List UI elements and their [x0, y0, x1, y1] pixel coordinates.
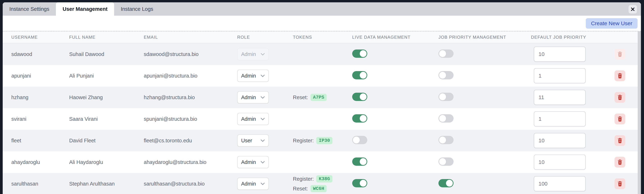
- token-type-label: Reset:: [293, 186, 308, 192]
- job-priority-toggle[interactable]: [438, 71, 454, 79]
- job-priority-toggle[interactable]: [438, 50, 454, 58]
- default-job-priority-input[interactable]: [534, 111, 586, 126]
- chevron-down-icon: [260, 161, 265, 164]
- trash-icon: [617, 51, 623, 57]
- role-select[interactable]: Admin: [237, 70, 269, 82]
- tab-user-management[interactable]: User Management: [56, 2, 114, 16]
- delete-user-button[interactable]: [614, 92, 625, 103]
- tokens-cell: Register:K38GReset:WC6H: [293, 175, 352, 192]
- live-data-toggle[interactable]: [352, 71, 367, 79]
- email-cell: ahaydaroglu@structura.bio: [144, 159, 237, 165]
- email-cell: sdawood@structura.bio: [144, 51, 237, 57]
- table-row: apunjani Ali Punjani apunjani@structura.…: [3, 65, 638, 87]
- full-name-cell: David Fleet: [69, 138, 144, 144]
- token-type-label: Register:: [293, 138, 314, 144]
- live-data-toggle[interactable]: [352, 179, 367, 187]
- tab-instance-settings[interactable]: Instance Settings: [3, 2, 56, 16]
- trash-icon: [617, 116, 623, 122]
- live-data-toggle[interactable]: [352, 50, 367, 58]
- email-cell: apunjani@structura.bio: [144, 73, 237, 79]
- delete-user-button[interactable]: [614, 114, 625, 124]
- column-header-tokens: TOKENS: [293, 35, 352, 40]
- username-cell: ahaydaroglu: [11, 159, 69, 165]
- role-select[interactable]: Admin: [237, 156, 269, 168]
- role-value: Admin: [241, 159, 256, 165]
- role-select[interactable]: User: [237, 134, 269, 147]
- column-header-username: USERNAME: [11, 35, 69, 40]
- live-data-toggle[interactable]: [352, 157, 367, 166]
- default-job-priority-input[interactable]: [534, 90, 586, 105]
- create-new-user-button[interactable]: Create New User: [586, 18, 638, 29]
- table-content: USERNAME FULL NAME EMAIL ROLE TOKENS LIV…: [3, 31, 641, 194]
- tab-instance-logs[interactable]: Instance Logs: [114, 2, 160, 16]
- toggle-knob: [439, 115, 446, 122]
- token-code-badge: K38G: [316, 175, 332, 182]
- chevron-down-icon: [260, 118, 265, 120]
- toggle-knob: [360, 50, 366, 57]
- live-data-toggle[interactable]: [352, 136, 367, 144]
- column-header-live-data-management: LIVE DATA MANAGEMENT: [352, 35, 438, 40]
- role-select[interactable]: Admin: [237, 178, 269, 190]
- toggle-knob: [439, 72, 446, 79]
- token-code-badge: IP30: [316, 137, 332, 144]
- delete-user-button[interactable]: [614, 70, 625, 81]
- job-priority-toggle[interactable]: [438, 93, 454, 101]
- trash-icon: [617, 137, 623, 144]
- column-header-full-name: FULL NAME: [69, 35, 144, 40]
- trash-icon: [617, 159, 623, 165]
- live-data-toggle[interactable]: [352, 93, 367, 101]
- close-icon: ✕: [630, 7, 635, 12]
- username-cell: fleet: [11, 138, 69, 144]
- default-job-priority-input[interactable]: [534, 133, 586, 148]
- job-priority-toggle[interactable]: [438, 157, 454, 166]
- role-select[interactable]: Admin: [237, 48, 269, 60]
- chevron-down-icon: [260, 182, 265, 185]
- chevron-down-icon: [260, 139, 265, 142]
- role-select[interactable]: Admin: [237, 113, 269, 125]
- role-value: Admin: [241, 94, 256, 100]
- default-job-priority-input[interactable]: [534, 176, 586, 191]
- table-header-row: USERNAME FULL NAME EMAIL ROLE TOKENS LIV…: [3, 32, 638, 43]
- delete-user-button[interactable]: [614, 157, 625, 167]
- default-job-priority-input[interactable]: [534, 68, 586, 83]
- role-select[interactable]: Admin: [237, 91, 269, 103]
- toolbar: Create New User: [3, 16, 641, 31]
- username-cell: apunjani: [11, 73, 69, 79]
- tokens-cell: Reset:A7PS: [293, 94, 352, 101]
- table-row: fleet David Fleet fleet@cs.toronto.edu U…: [3, 130, 638, 151]
- toggle-knob: [360, 180, 366, 187]
- full-name-cell: Saara Virani: [69, 116, 144, 122]
- job-priority-toggle[interactable]: [438, 136, 454, 144]
- delete-user-button[interactable]: [614, 178, 625, 189]
- username-cell: hzhang: [11, 94, 69, 100]
- tab-bar: Instance Settings User Management Instan…: [3, 2, 641, 16]
- scrollbar-track[interactable]: [638, 32, 641, 194]
- token-code-badge: A7PS: [310, 94, 327, 101]
- toggle-knob: [360, 93, 366, 100]
- default-job-priority-input[interactable]: [534, 155, 586, 170]
- column-header-email: EMAIL: [144, 35, 237, 40]
- role-value: Admin: [241, 181, 256, 187]
- username-cell: svirani: [11, 116, 69, 122]
- delete-user-button[interactable]: [614, 135, 625, 146]
- token-line: Reset:WC6H: [293, 185, 352, 192]
- delete-user-button[interactable]: [614, 49, 625, 60]
- tokens-cell: Register:IP30: [293, 137, 352, 144]
- live-data-toggle[interactable]: [352, 114, 367, 123]
- table-row: hzhang Haowei Zhang hzhang@structura.bio…: [3, 87, 638, 108]
- token-line: Register:IP30: [293, 137, 352, 144]
- full-name-cell: Stephan Arulthasan: [69, 181, 144, 187]
- full-name-cell: Ali Haydaroglu: [69, 159, 144, 165]
- table-row: sarulthasan Stephan Arulthasan sarulthas…: [3, 173, 638, 194]
- toggle-knob: [353, 137, 360, 143]
- username-cell: sarulthasan: [11, 181, 69, 187]
- token-code-badge: WC6H: [310, 185, 327, 192]
- chevron-down-icon: [260, 96, 265, 99]
- table-row: ahaydaroglu Ali Haydaroglu ahaydaroglu@s…: [3, 151, 638, 173]
- chevron-down-icon: [260, 53, 265, 56]
- token-line: Reset:A7PS: [293, 94, 352, 101]
- close-button[interactable]: ✕: [628, 5, 637, 14]
- job-priority-toggle[interactable]: [438, 179, 454, 187]
- default-job-priority-input[interactable]: [534, 47, 586, 62]
- job-priority-toggle[interactable]: [438, 114, 454, 123]
